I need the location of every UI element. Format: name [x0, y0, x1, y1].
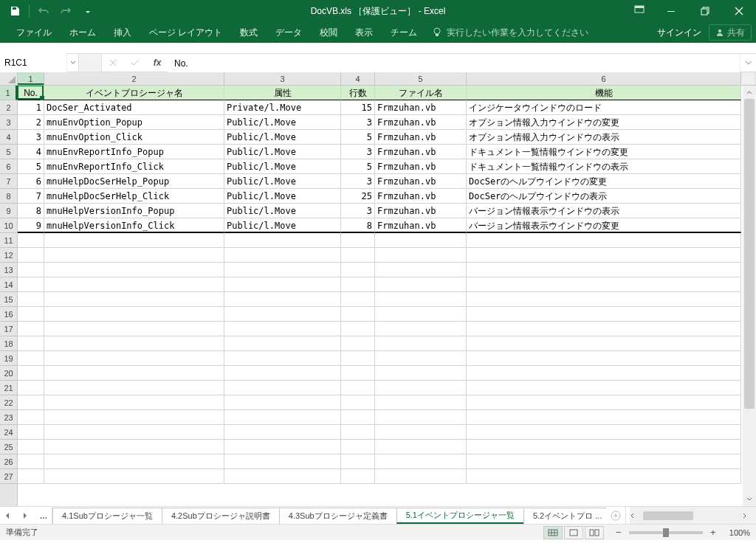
- cell[interactable]: [341, 233, 375, 248]
- scroll-down-button[interactable]: [743, 493, 756, 506]
- row-header[interactable]: 17: [0, 322, 17, 336]
- cell[interactable]: [467, 351, 741, 366]
- cell[interactable]: [375, 410, 467, 425]
- page-break-view-button[interactable]: [585, 526, 604, 539]
- cell[interactable]: mnuEnvReportInfo_Click: [44, 159, 224, 174]
- cell[interactable]: Frmzuhan.vb: [375, 100, 467, 115]
- tab-insert[interactable]: 挿入: [105, 22, 140, 43]
- tab-home[interactable]: ホーム: [61, 22, 105, 43]
- cell[interactable]: 機能: [467, 86, 741, 100]
- cell[interactable]: オプション情報入力ウインドウの表示: [467, 130, 741, 145]
- cell[interactable]: バージョン情報表示ウインドウの表示: [467, 204, 741, 218]
- cell[interactable]: [341, 351, 375, 366]
- cell[interactable]: Public/l.Move: [224, 130, 341, 145]
- cell[interactable]: [375, 425, 467, 440]
- row-header[interactable]: 23: [0, 410, 17, 425]
- cell[interactable]: [341, 454, 375, 469]
- insert-function-button[interactable]: fx: [146, 53, 168, 72]
- cell[interactable]: mnuHelpDocSerHelp_Click: [44, 189, 224, 204]
- cell[interactable]: [375, 307, 467, 322]
- cell[interactable]: [44, 425, 224, 440]
- cell[interactable]: mnuHelpDocSerHelp_Popup: [44, 174, 224, 189]
- row-header[interactable]: 1: [0, 86, 17, 100]
- cell[interactable]: [341, 440, 375, 454]
- row-header[interactable]: 16: [0, 307, 17, 322]
- cell[interactable]: 9: [18, 218, 44, 233]
- cell[interactable]: [18, 307, 44, 322]
- column-header[interactable]: 1: [18, 72, 44, 85]
- cell[interactable]: mnuHelpVersionInfo_Popup: [44, 204, 224, 218]
- row-header[interactable]: 8: [0, 189, 17, 204]
- zoom-handle[interactable]: [663, 528, 669, 537]
- cell[interactable]: [18, 248, 44, 263]
- tell-me-search[interactable]: 実行したい作業を入力してください: [432, 27, 588, 39]
- row-header[interactable]: 3: [0, 115, 17, 130]
- cell[interactable]: 5: [341, 159, 375, 174]
- cell[interactable]: Public/l.Move: [224, 189, 341, 204]
- cell[interactable]: 属性: [224, 86, 341, 100]
- cell[interactable]: [224, 336, 341, 351]
- cell[interactable]: [224, 322, 341, 336]
- cell[interactable]: [44, 307, 224, 322]
- cell[interactable]: [44, 366, 224, 381]
- cell[interactable]: [44, 336, 224, 351]
- row-header[interactable]: 15: [0, 292, 17, 307]
- cell[interactable]: 5: [18, 159, 44, 174]
- cell[interactable]: [375, 351, 467, 366]
- scroll-right-button[interactable]: [743, 513, 756, 519]
- cell[interactable]: [375, 233, 467, 248]
- scroll-thumb[interactable]: [744, 99, 755, 409]
- cell[interactable]: [224, 366, 341, 381]
- zoom-in-button[interactable]: +: [707, 527, 719, 538]
- name-box-dropdown[interactable]: [66, 53, 78, 72]
- row-header[interactable]: 14: [0, 277, 17, 292]
- cell[interactable]: 3: [341, 115, 375, 130]
- row-header[interactable]: 19: [0, 351, 17, 366]
- expand-formula-bar[interactable]: [740, 54, 756, 72]
- cell[interactable]: [341, 336, 375, 351]
- cell[interactable]: 3: [341, 204, 375, 218]
- column-header[interactable]: 6: [467, 72, 741, 85]
- ribbon-display-options[interactable]: [628, 0, 651, 19]
- scroll-up-button[interactable]: [743, 86, 756, 99]
- cell[interactable]: [224, 263, 341, 277]
- cell[interactable]: [375, 469, 467, 484]
- cell[interactable]: [467, 263, 741, 277]
- undo-button[interactable]: [33, 1, 54, 21]
- tab-formulas[interactable]: 数式: [231, 22, 267, 43]
- scroll-track[interactable]: [743, 99, 756, 493]
- row-header[interactable]: 10: [0, 218, 17, 233]
- cell[interactable]: [224, 277, 341, 292]
- cell[interactable]: 2: [18, 115, 44, 130]
- cell[interactable]: [44, 248, 224, 263]
- cell[interactable]: イベントプロシージャ名: [44, 86, 224, 100]
- cell[interactable]: [341, 263, 375, 277]
- cell[interactable]: [224, 425, 341, 440]
- zoom-out-button[interactable]: −: [613, 527, 625, 538]
- cell[interactable]: [375, 366, 467, 381]
- cell[interactable]: [224, 395, 341, 410]
- maximize-button[interactable]: [688, 0, 722, 22]
- cell[interactable]: [44, 263, 224, 277]
- cell[interactable]: [44, 277, 224, 292]
- sheet-nav-prev[interactable]: [4, 512, 18, 519]
- cell[interactable]: [375, 395, 467, 410]
- row-header[interactable]: 20: [0, 366, 17, 381]
- cell[interactable]: [467, 277, 741, 292]
- cell[interactable]: [467, 366, 741, 381]
- cell[interactable]: [224, 469, 341, 484]
- column-header[interactable]: 3: [224, 72, 341, 85]
- cell[interactable]: [44, 292, 224, 307]
- cell[interactable]: Public/l.Move: [224, 218, 341, 233]
- cell[interactable]: [467, 395, 741, 410]
- cell[interactable]: バージョン情報表示ウインドウの変更: [467, 218, 741, 233]
- select-all-button[interactable]: [0, 72, 18, 85]
- column-header[interactable]: 2: [44, 72, 224, 85]
- cell[interactable]: [224, 292, 341, 307]
- cell[interactable]: 行数: [341, 86, 375, 100]
- cell[interactable]: [224, 440, 341, 454]
- cell[interactable]: [467, 469, 741, 484]
- cell[interactable]: [341, 292, 375, 307]
- cell[interactable]: mnuEnvReportInfo_Popup: [44, 145, 224, 159]
- row-header[interactable]: 27: [0, 469, 17, 484]
